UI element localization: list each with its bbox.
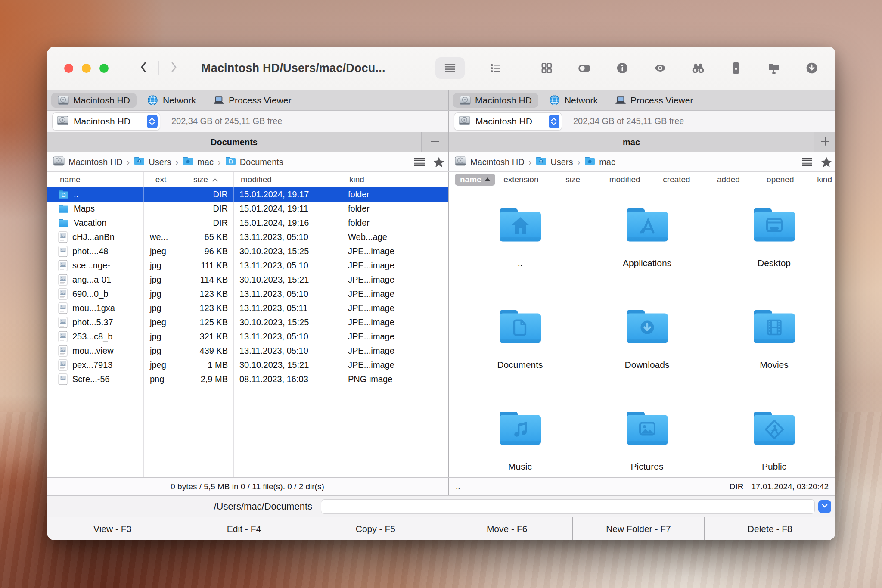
grid-item-downloads[interactable]: Downloads (596, 309, 699, 411)
file-row[interactable]: MapsDIR15.01.2024, 19:11folder (47, 202, 448, 216)
breadcrumb-item-macintosh-hd[interactable]: Macintosh HD (455, 156, 525, 168)
right-add-tab-button[interactable] (814, 132, 835, 152)
left-tab-bar: Macintosh HDNetworkProcess Viewer (47, 90, 448, 110)
column-header-created[interactable]: created (651, 175, 702, 184)
column-header-kind[interactable]: kind (342, 172, 416, 187)
breadcrumb-item-mac[interactable]: mac (584, 156, 615, 168)
file-row[interactable]: phot....48jpeg96 KB30.10.2023, 15:25JPE.… (47, 244, 448, 258)
fkey-f5[interactable]: Copy - F5 (310, 517, 441, 540)
file-row[interactable]: sce...nge-jpg111 KB13.11.2023, 05:10JPE.… (47, 258, 448, 273)
fkey-f7[interactable]: New Folder - F7 (572, 517, 704, 540)
column-header-ext[interactable]: ext (143, 172, 178, 187)
file-modified-cell: 15.01.2024, 19:11 (233, 202, 342, 216)
column-header-kind[interactable]: kind (806, 175, 832, 184)
file-name-cell: pex...7913 (47, 358, 143, 372)
column-header-name-sorted[interactable]: name (455, 174, 495, 186)
file-size-cell: 125 KB (178, 315, 233, 330)
file-row[interactable]: mou...viewjpg439 KB13.11.2023, 05:10JPE.… (47, 344, 448, 358)
selected-view-toggle[interactable] (435, 57, 465, 79)
pane-tabs-band: Macintosh HDNetworkProcess Viewer Macint… (47, 90, 835, 110)
breadcrumb-item-mac[interactable]: mac (183, 156, 214, 168)
file-row[interactable]: phot...5.37jpeg125 KB30.10.2023, 15:25JP… (47, 315, 448, 330)
file-row[interactable]: cHJ...anBnwe...65 KB13.11.2023, 05:10Web… (47, 230, 448, 244)
file-row[interactable]: Scre...-56png2,9 MB08.11.2023, 16:03PNG … (47, 372, 448, 386)
right-status-kind: DIR (730, 482, 744, 492)
breadcrumb-item-users[interactable]: Users (536, 156, 573, 168)
left-tab-title[interactable]: Documents (47, 132, 421, 152)
column-header-modified[interactable]: modified (233, 172, 342, 187)
drive-stepper[interactable] (147, 115, 158, 128)
drive-selector[interactable]: Macintosh HD (454, 112, 562, 131)
column-header-size[interactable]: size (178, 172, 233, 187)
file-row[interactable]: 690...0_bjpg123 KB13.11.2023, 05:10JPE..… (47, 287, 448, 301)
file-row[interactable]: ang...a-01jpg114 KB30.10.2023, 15:21JPE.… (47, 273, 448, 287)
view-grid-icon[interactable] (539, 61, 554, 75)
file-kind-cell: Web...age (342, 230, 416, 244)
network-share-icon[interactable] (767, 61, 781, 75)
pane-tab-macintosh-hd[interactable]: Macintosh HD (453, 93, 538, 108)
back-button[interactable] (139, 60, 148, 76)
zoom-button[interactable] (99, 64, 109, 73)
right-drive-bar: Macintosh HD202,34 GB of 245,11 GB free (449, 111, 835, 132)
column-header-extension[interactable]: extension (495, 175, 547, 184)
file-row[interactable]: mou...1gxajpg123 KB13.11.2023, 05:11JPE.… (47, 301, 448, 315)
forward-button[interactable] (169, 60, 179, 76)
column-header-opened[interactable]: opened (755, 175, 806, 184)
fkey-f4[interactable]: Edit - F4 (178, 517, 309, 540)
breadcrumb-item-macintosh-hd[interactable]: Macintosh HD (53, 156, 123, 168)
grid-item--[interactable]: .. (469, 207, 572, 309)
pane-tab-network[interactable]: Network (141, 93, 202, 108)
pane-tab-process-viewer[interactable]: Process Viewer (207, 93, 298, 108)
grid-item-documents[interactable]: Documents (469, 309, 572, 411)
file-row[interactable]: VacationDIR15.01.2024, 19:16folder (47, 216, 448, 230)
file-kind-cell: JPE...image (342, 244, 416, 258)
breadcrumb-item-users[interactable]: Users (134, 156, 171, 168)
drive-band: Macintosh HD202,34 GB of 245,11 GB free … (47, 110, 835, 132)
grid-item-desktop[interactable]: Desktop (723, 207, 826, 309)
search-binoculars-icon[interactable] (691, 61, 705, 75)
column-header-name[interactable]: name (47, 172, 143, 187)
command-input[interactable] (321, 499, 815, 514)
drive-stepper[interactable] (549, 115, 559, 128)
view-detail-icon[interactable] (488, 61, 503, 75)
right-tab-title[interactable]: mac (449, 132, 814, 152)
archive-zip-icon[interactable] (729, 61, 743, 75)
file-row[interactable]: 253...c8_bjpg321 KB13.11.2023, 05:10JPE.… (47, 330, 448, 344)
column-header-modified[interactable]: modified (599, 175, 650, 184)
file-row[interactable]: pex...7913jpeg1 MB30.10.2023, 15:21JPE..… (47, 358, 448, 372)
folder-home-icon (499, 207, 542, 244)
list-settings-icon[interactable] (410, 152, 429, 172)
column-header-added[interactable]: added (702, 175, 754, 184)
pane-tab-macintosh-hd[interactable]: Macintosh HD (51, 93, 137, 108)
command-history-button[interactable] (818, 500, 831, 513)
fkey-f3[interactable]: View - F3 (47, 517, 178, 540)
info-icon[interactable] (615, 61, 630, 75)
file-name: Scre...-56 (72, 374, 110, 384)
content-band: ..DIR15.01.2024, 19:17folderMapsDIR15.01… (47, 187, 835, 477)
file-row[interactable]: ..DIR15.01.2024, 19:17folder (47, 187, 448, 202)
quick-look-icon[interactable] (653, 61, 668, 75)
toggle-hidden-icon[interactable] (577, 61, 592, 75)
favorites-star-icon[interactable] (817, 152, 835, 172)
pane-tab-network[interactable]: Network (543, 93, 604, 108)
breadcrumb-item-documents[interactable]: Documents (225, 156, 283, 168)
favorites-star-icon[interactable] (429, 152, 448, 172)
file-extra-cell (416, 372, 448, 386)
grid-item-label: .. (518, 258, 523, 268)
drive-selector[interactable]: Macintosh HD (52, 112, 160, 131)
minimize-button[interactable] (82, 64, 91, 73)
close-button[interactable] (64, 64, 73, 73)
download-icon[interactable] (804, 61, 819, 75)
fkey-f8[interactable]: Delete - F8 (704, 517, 835, 540)
file-kind-cell: folder (342, 187, 416, 202)
view-list-icon[interactable] (443, 61, 457, 75)
list-settings-icon[interactable] (798, 152, 817, 172)
pane-tab-process-viewer[interactable]: Process Viewer (609, 93, 700, 108)
left-add-tab-button[interactable] (421, 132, 448, 152)
fkey-f6[interactable]: Move - F6 (441, 517, 572, 540)
grid-item-applications[interactable]: Applications (596, 207, 699, 309)
file-modified-cell: 13.11.2023, 05:10 (233, 330, 342, 344)
column-header-size[interactable]: size (547, 175, 599, 184)
path-band: Macintosh HD›Users›mac›Documents Macinto… (47, 152, 835, 171)
grid-item-movies[interactable]: Movies (723, 309, 826, 411)
